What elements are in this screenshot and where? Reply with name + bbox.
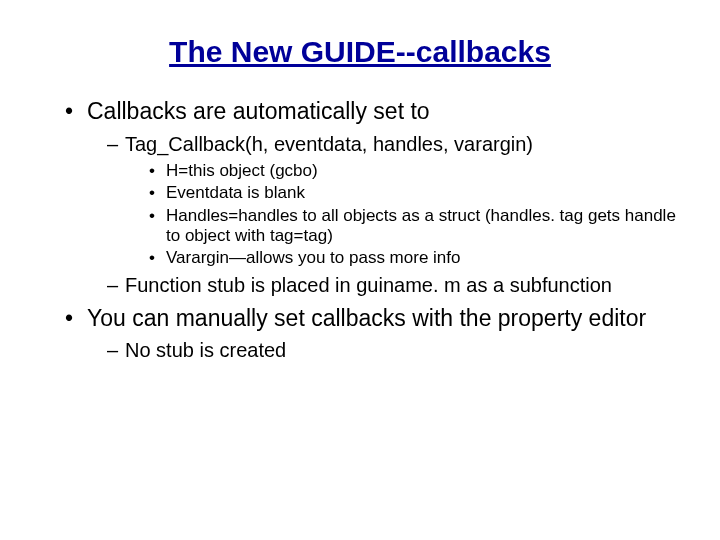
list-item: H=this object (gcbo) bbox=[149, 161, 680, 181]
bullet-list: Callbacks are automatically set to Tag_C… bbox=[40, 97, 680, 363]
sub-list: No stub is created bbox=[87, 338, 680, 363]
bullet-text: Varargin—allows you to pass more info bbox=[166, 248, 461, 267]
bullet-text: You can manually set callbacks with the … bbox=[87, 305, 646, 331]
list-item: No stub is created bbox=[107, 338, 680, 363]
list-item: Tag_Callback(h, eventdata, handles, vara… bbox=[107, 132, 680, 269]
sub-sub-list: H=this object (gcbo) Eventdata is blank … bbox=[125, 161, 680, 269]
list-item: Function stub is placed in guiname. m as… bbox=[107, 273, 680, 298]
list-item: Eventdata is blank bbox=[149, 183, 680, 203]
list-item: You can manually set callbacks with the … bbox=[65, 304, 680, 364]
bullet-text: Handles=handles to all objects as a stru… bbox=[166, 206, 676, 245]
list-item: Callbacks are automatically set to Tag_C… bbox=[65, 97, 680, 298]
bullet-text: Eventdata is blank bbox=[166, 183, 305, 202]
list-item: Varargin—allows you to pass more info bbox=[149, 248, 680, 268]
sub-list: Tag_Callback(h, eventdata, handles, vara… bbox=[87, 132, 680, 298]
slide-title: The New GUIDE--callbacks bbox=[40, 35, 680, 69]
bullet-text: Callbacks are automatically set to bbox=[87, 98, 430, 124]
bullet-text: Function stub is placed in guiname. m as… bbox=[125, 274, 612, 296]
bullet-text: No stub is created bbox=[125, 339, 286, 361]
list-item: Handles=handles to all objects as a stru… bbox=[149, 206, 680, 247]
bullet-text: Tag_Callback(h, eventdata, handles, vara… bbox=[125, 133, 533, 155]
bullet-text: H=this object (gcbo) bbox=[166, 161, 318, 180]
